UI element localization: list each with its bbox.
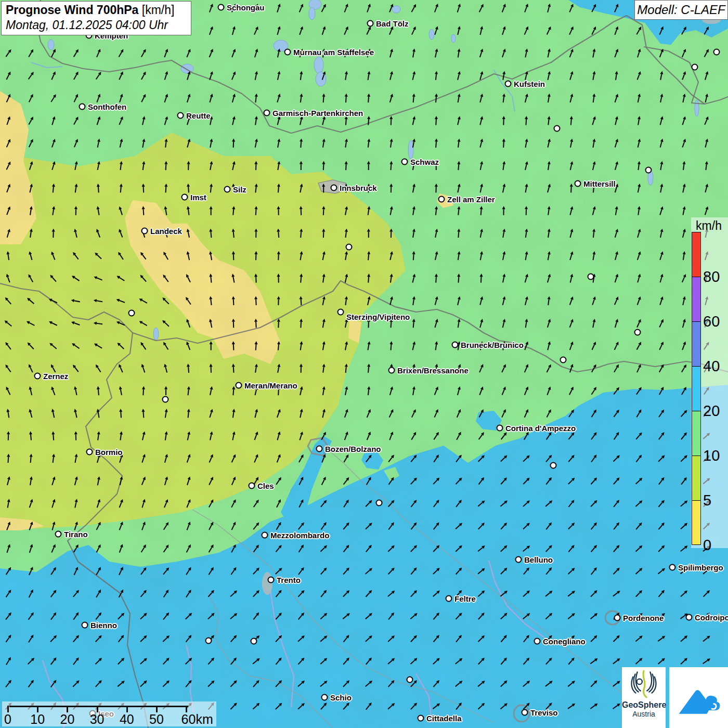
lake xyxy=(48,40,54,50)
city-label: Brixen/Bressanone xyxy=(397,366,469,375)
city-label: Spilimbergo xyxy=(678,563,723,572)
scale-ruler xyxy=(9,706,188,707)
scale-label: 50 xyxy=(149,712,164,727)
city-marker xyxy=(321,694,328,701)
legend-value: 40 xyxy=(703,358,720,375)
lake xyxy=(695,100,699,116)
scale-bar: 0102030405060km xyxy=(2,701,216,726)
city-marker xyxy=(262,532,268,539)
city-label: Bozen/Bolzano xyxy=(325,445,381,453)
city-label: Tirano xyxy=(64,530,88,539)
city-marker xyxy=(575,180,581,187)
city-marker xyxy=(79,103,86,110)
city-marker xyxy=(218,4,225,11)
city-label: Bienno xyxy=(90,621,117,630)
city-marker xyxy=(141,228,148,235)
city-marker xyxy=(331,185,337,191)
city-label: Murnau am Staffelsee xyxy=(293,48,374,57)
lake xyxy=(392,6,400,13)
city-marker xyxy=(452,342,459,348)
city-label: Schongau xyxy=(227,3,265,12)
city-label: Bormio xyxy=(95,448,123,457)
city-marker xyxy=(505,81,512,87)
valid-time: Montag, 01.12.2025 04:00 Uhr xyxy=(6,18,191,32)
city-marker xyxy=(669,564,676,571)
city-label: Zernez xyxy=(43,372,68,381)
city-marker xyxy=(162,396,169,403)
legend-value: 80 xyxy=(703,268,720,285)
city-marker xyxy=(550,462,557,469)
city-marker xyxy=(205,638,212,644)
lake xyxy=(314,57,323,73)
city-marker xyxy=(692,64,698,71)
app-logo xyxy=(669,667,728,728)
city-marker xyxy=(522,709,528,716)
city-label: Conegliano xyxy=(543,637,586,646)
city-marker xyxy=(224,186,231,193)
city-marker xyxy=(407,677,413,683)
legend-value: 20 xyxy=(703,402,720,420)
city-label: Kufstein xyxy=(514,80,545,88)
city-label: Mittersill xyxy=(583,179,616,188)
lake xyxy=(153,328,159,340)
legend-block-80 xyxy=(692,232,701,277)
legend-block-60 xyxy=(692,277,701,321)
scale-label: 40 xyxy=(120,712,134,727)
legend-block-20 xyxy=(692,366,701,411)
geosphere-name: GeoSphere xyxy=(622,700,666,710)
city-label: Cittadella xyxy=(426,714,462,723)
geosphere-contour-icon xyxy=(628,667,660,699)
legend-value: 10 xyxy=(703,447,720,464)
city-label: Cles xyxy=(257,482,274,490)
city-marker xyxy=(614,615,621,621)
city-marker xyxy=(388,367,395,374)
city-label: Landeck xyxy=(150,227,182,236)
city-marker xyxy=(177,112,184,119)
city-marker xyxy=(401,159,408,165)
geosphere-country: Austria xyxy=(622,710,666,718)
city-label: Meran/Merano xyxy=(244,381,297,390)
title-main: Prognose Wind 700hPa xyxy=(6,3,138,17)
city-label: Feltre xyxy=(454,594,476,603)
city-label: Treviso xyxy=(530,708,558,717)
city-marker xyxy=(515,556,522,563)
city-marker xyxy=(251,638,257,645)
city-label: Imst xyxy=(190,193,206,202)
city-label: Mezzolombardo xyxy=(270,531,329,540)
city-marker xyxy=(367,20,374,27)
geosphere-logo: GeoSphere Austria xyxy=(622,667,666,728)
city-label: Garmisch-Partenkirchen xyxy=(272,109,363,118)
city-marker xyxy=(554,125,561,132)
city-marker xyxy=(446,595,452,602)
urban-area xyxy=(262,572,272,595)
city-marker xyxy=(337,309,344,316)
city-marker xyxy=(497,425,503,432)
city-marker xyxy=(268,577,275,583)
city-marker xyxy=(34,373,41,380)
wind-forecast-map: SchongauBad TölzKemptenMurnau am Staffel… xyxy=(0,0,728,728)
city-label: Bad Tölz xyxy=(376,19,409,28)
city-label: Sterzing/Vipiteno xyxy=(346,313,410,321)
city-label: Cortina d'Ampezzo xyxy=(505,424,576,433)
lake xyxy=(309,7,315,20)
legend-block-10 xyxy=(692,411,701,456)
city-marker xyxy=(645,167,652,174)
city-marker xyxy=(376,500,383,506)
city-marker xyxy=(86,449,93,456)
lake xyxy=(429,29,434,40)
city-label: Zell am Ziller xyxy=(447,195,495,204)
city-label: Schio xyxy=(330,693,352,702)
legend-colorbar xyxy=(692,232,701,545)
city-marker xyxy=(55,531,62,538)
title-unit: [km/h] xyxy=(138,3,174,17)
lake xyxy=(408,140,413,159)
city-label: Sonthofen xyxy=(88,102,126,111)
city-marker xyxy=(713,49,720,56)
mountain-cloud-icon xyxy=(674,673,724,723)
city-marker xyxy=(264,110,270,116)
city-marker xyxy=(181,194,188,201)
city-marker xyxy=(316,446,323,452)
city-marker xyxy=(634,329,641,336)
city-marker xyxy=(284,49,291,56)
city-marker xyxy=(438,196,445,203)
